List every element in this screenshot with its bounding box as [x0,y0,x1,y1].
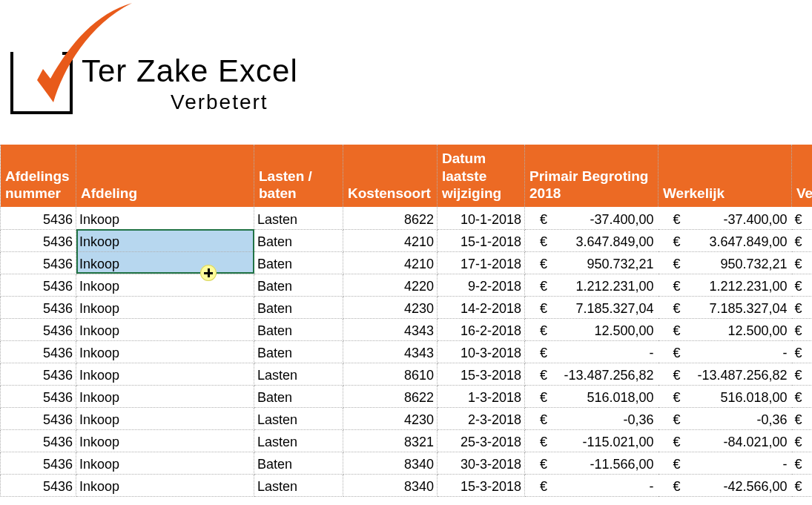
cell-afdeling[interactable]: Inkoop [76,452,254,474]
cell-money[interactable]: €950.732,21 [525,251,658,274]
cell-afdelingsnummer[interactable]: 5436 [1,363,76,385]
cell-datum[interactable]: 2-3-2018 [438,407,525,429]
table-row[interactable]: 5436InkoopBaten834030-3-2018€-11.566,00€… [1,452,813,474]
cell-datum[interactable]: 10-3-2018 [438,340,525,363]
cell-money[interactable]: €-37.400,00 [658,207,792,229]
col-header-primair[interactable]: Primair Begroting 2018 [525,145,658,207]
cell-afdeling[interactable]: Inkoop [76,274,254,296]
col-header-partial[interactable]: Ve [792,145,813,207]
cell-afdeling[interactable]: Inkoop [76,296,254,318]
cell-afdelingsnummer[interactable]: 5436 [1,385,76,407]
table-row[interactable]: 5436InkoopBaten421017-1-2018€950.732,21€… [1,251,813,274]
cell-datum[interactable]: 25-3-2018 [438,429,525,452]
cell-partial[interactable]: € [792,274,813,296]
data-table[interactable]: Afdelings nummer Afdeling Lasten / baten… [0,145,812,497]
cell-kostensoort[interactable]: 8321 [343,429,438,452]
cell-money[interactable]: €-0,36 [658,407,792,429]
cell-kostensoort[interactable]: 8622 [343,385,438,407]
cell-kostensoort[interactable]: 8340 [343,452,438,474]
cell-afdelingsnummer[interactable]: 5436 [1,452,76,474]
col-header-datum[interactable]: Datum laatste wijziging [438,145,525,207]
col-header-werkelijk[interactable]: Werkelijk [658,145,792,207]
cell-money[interactable]: €516.018,00 [658,385,792,407]
cell-afdelingsnummer[interactable]: 5436 [1,407,76,429]
cell-afdelingsnummer[interactable]: 5436 [1,274,76,296]
cell-afdeling[interactable]: Inkoop [76,229,254,251]
cell-lasten-baten[interactable]: Lasten [254,407,343,429]
cell-afdeling[interactable]: Inkoop [76,340,254,363]
cell-money[interactable]: €-13.487.256,82 [525,363,658,385]
cell-kostensoort[interactable]: 8610 [343,363,438,385]
cell-kostensoort[interactable]: 4230 [343,296,438,318]
col-header-lasten-baten[interactable]: Lasten / baten [254,145,343,207]
table-row[interactable]: 5436InkoopBaten434310-3-2018€-€-€ [1,340,813,363]
cell-kostensoort[interactable]: 4343 [343,340,438,363]
cell-kostensoort[interactable]: 4220 [343,274,438,296]
cell-money[interactable]: €-84.021,00 [658,429,792,452]
cell-lasten-baten[interactable]: Baten [254,340,343,363]
cell-lasten-baten[interactable]: Lasten [254,207,343,229]
table-row[interactable]: 5436InkoopLasten834015-3-2018€-€-42.566,… [1,474,813,496]
table-row[interactable]: 5436InkoopBaten86221-3-2018€516.018,00€5… [1,385,813,407]
cell-lasten-baten[interactable]: Lasten [254,474,343,496]
table-row[interactable]: 5436InkoopLasten861015-3-2018€-13.487.25… [1,363,813,385]
table-row[interactable]: 5436InkoopBaten421015-1-2018€3.647.849,0… [1,229,813,251]
cell-partial[interactable]: € [792,318,813,340]
cell-datum[interactable]: 15-1-2018 [438,229,525,251]
cell-afdelingsnummer[interactable]: 5436 [1,429,76,452]
cell-datum[interactable]: 15-3-2018 [438,363,525,385]
table-header-row[interactable]: Afdelings nummer Afdeling Lasten / baten… [1,145,813,207]
cell-partial[interactable]: € [792,429,813,452]
cell-datum[interactable]: 14-2-2018 [438,296,525,318]
cell-lasten-baten[interactable]: Baten [254,229,343,251]
cell-afdeling[interactable]: Inkoop [76,429,254,452]
cell-lasten-baten[interactable]: Lasten [254,363,343,385]
cell-datum[interactable]: 9-2-2018 [438,274,525,296]
cell-datum[interactable]: 15-3-2018 [438,474,525,496]
cell-money[interactable]: €3.647.849,00 [658,229,792,251]
cell-partial[interactable]: € [792,385,813,407]
cell-money[interactable]: €- [525,474,658,496]
cell-afdeling[interactable]: Inkoop [76,407,254,429]
cell-money[interactable]: €1.212.231,00 [658,274,792,296]
table-row[interactable]: 5436InkoopBaten423014-2-2018€7.185.327,0… [1,296,813,318]
cell-afdelingsnummer[interactable]: 5436 [1,207,76,229]
col-header-kostensoort[interactable]: Kostensoort [343,145,438,207]
col-header-afdeling[interactable]: Afdeling [76,145,254,207]
table-row[interactable]: 5436InkoopBaten434316-2-2018€12.500,00€1… [1,318,813,340]
cell-datum[interactable]: 10-1-2018 [438,207,525,229]
cell-lasten-baten[interactable]: Lasten [254,429,343,452]
cell-partial[interactable]: € [792,452,813,474]
cell-lasten-baten[interactable]: Baten [254,274,343,296]
cell-lasten-baten[interactable]: Baten [254,296,343,318]
cell-lasten-baten[interactable]: Baten [254,318,343,340]
cell-lasten-baten[interactable]: Baten [254,385,343,407]
cell-partial[interactable]: € [792,251,813,274]
cell-afdeling[interactable]: Inkoop [76,207,254,229]
cell-afdeling[interactable]: Inkoop [76,363,254,385]
cell-partial[interactable]: € [792,340,813,363]
cell-partial[interactable]: € [792,296,813,318]
table-row[interactable]: 5436InkoopLasten42302-3-2018€-0,36€-0,36… [1,407,813,429]
cell-money[interactable]: €12.500,00 [525,318,658,340]
cell-afdelingsnummer[interactable]: 5436 [1,229,76,251]
cell-partial[interactable]: € [792,407,813,429]
cell-money[interactable]: €- [658,452,792,474]
cell-money[interactable]: €-115.021,00 [525,429,658,452]
cell-partial[interactable]: € [792,474,813,496]
cell-kostensoort[interactable]: 4210 [343,251,438,274]
cell-money[interactable]: €- [658,340,792,363]
cell-datum[interactable]: 30-3-2018 [438,452,525,474]
cell-lasten-baten[interactable]: Baten [254,452,343,474]
cell-lasten-baten[interactable]: Baten [254,251,343,274]
cell-afdeling[interactable]: Inkoop [76,251,254,274]
cell-money[interactable]: €-11.566,00 [525,452,658,474]
cell-money[interactable]: €7.185.327,04 [525,296,658,318]
cell-kostensoort[interactable]: 4210 [343,229,438,251]
cell-money[interactable]: €1.212.231,00 [525,274,658,296]
cell-afdeling[interactable]: Inkoop [76,318,254,340]
cell-kostensoort[interactable]: 8340 [343,474,438,496]
cell-datum[interactable]: 17-1-2018 [438,251,525,274]
table-row[interactable]: 5436InkoopLasten832125-3-2018€-115.021,0… [1,429,813,452]
cell-datum[interactable]: 16-2-2018 [438,318,525,340]
